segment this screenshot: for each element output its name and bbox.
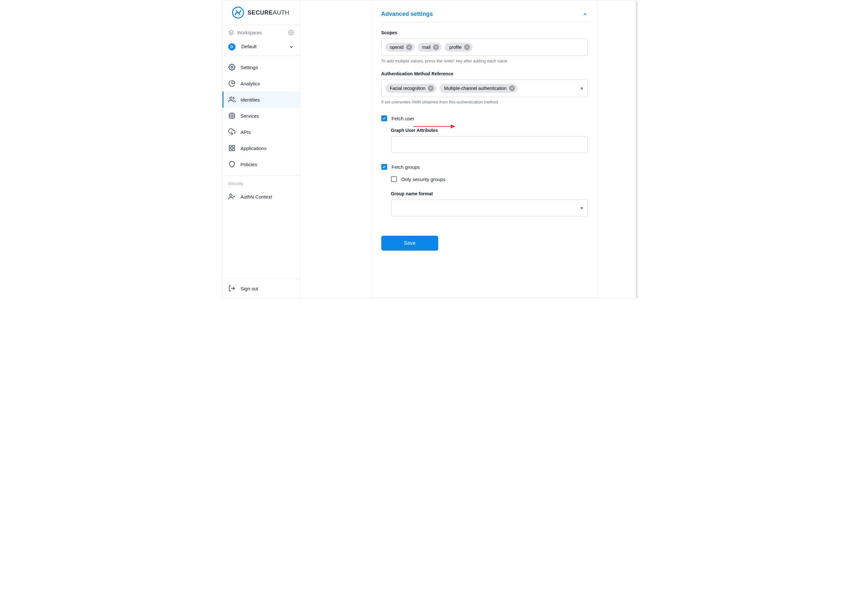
amr-label: Authentication Method Reference [381,71,588,76]
fetch-groups-row: Fetch groups [381,164,588,170]
nav-label: Analytics [241,81,260,86]
scope-chip: openid✕ [385,43,415,52]
scopes-label: Scopes [381,30,588,35]
amr-chip: Multiple-channel authentication✕ [440,84,518,93]
primary-nav: Settings Analytics Identities Services A… [222,56,300,175]
pie-chart-icon [228,80,235,87]
nav-label: APIs [241,129,251,135]
svg-rect-17 [232,149,234,151]
main: Advanced settings Scopes openid✕ mail✕ p… [300,0,636,298]
fetch-user-row: Fetch user [381,115,588,121]
panel-title: Advanced settings [381,11,433,17]
scopes-input[interactable]: openid✕ mail✕ profile✕ [381,39,588,56]
svg-point-2 [290,32,292,34]
grid-icon [228,144,235,152]
nav-label: Applications [241,146,267,151]
only-security-checkbox[interactable] [391,176,397,182]
nav-label: Services [241,113,260,119]
fetch-user-label: Fetch user [392,116,415,121]
amr-chip: Facial recognition✕ [385,84,437,93]
logout-icon [228,285,235,292]
nav-authn-context[interactable]: AuthN Context [222,189,300,205]
svg-rect-15 [229,146,231,147]
brand: SECUREAUTH [222,0,300,25]
workspace-name: Default [241,43,257,49]
group-format-label: Group name format [391,191,588,196]
cloud-bolt-icon [228,128,235,135]
group-format-select[interactable] [391,200,588,216]
graph-attributes-label: Graph User Attributes [391,128,588,133]
fetch-groups-label: Fetch groups [392,164,420,170]
users-icon [228,96,235,103]
signout-button[interactable]: Sign out [222,279,300,298]
signout-label: Sign out [241,286,258,291]
nav-apis[interactable]: APIs [222,124,300,140]
svg-rect-5 [229,113,234,118]
scope-chip: profile✕ [445,43,473,52]
gear-icon[interactable] [288,30,294,36]
advanced-settings-panel: Advanced settings Scopes openid✕ mail✕ p… [371,0,598,298]
cpu-icon [228,112,235,119]
svg-point-19 [230,194,232,196]
user-check-icon [228,193,235,200]
svg-rect-18 [229,149,231,151]
nav-label: Settings [241,65,258,70]
chevron-down-icon [289,44,294,50]
only-security-label: Only security groups [401,177,446,182]
workspace-badge: D [228,43,235,50]
svg-rect-16 [232,146,234,147]
nav-label: Identities [241,97,260,102]
graph-attributes-field: Graph User Attributes [391,128,588,153]
workspace-selector[interactable]: D Default [222,40,300,56]
nav-services[interactable]: Services [222,108,300,124]
scopes-field: Scopes openid✕ mail✕ profile✕ To add mul… [381,30,588,64]
chevron-up-icon [583,12,588,17]
fetch-user-checkbox[interactable] [381,115,387,121]
nav-applications[interactable]: Applications [222,140,300,156]
amr-field: Authentication Method Reference Facial r… [381,71,588,104]
panel-header[interactable]: Advanced settings [381,0,588,22]
svg-marker-1 [228,30,233,33]
graph-attributes-input[interactable] [391,136,588,153]
chip-remove-icon[interactable]: ✕ [428,85,434,91]
workspaces-header: Workspaces [222,25,300,40]
scope-chip: mail✕ [418,43,442,52]
nav-analytics[interactable]: Analytics [222,75,300,92]
gear-icon [228,64,235,71]
nav-policies[interactable]: Policies [222,156,300,172]
brand-logo-icon [232,6,244,19]
nav-label: AuthN Context [241,194,272,200]
sidebar: SECUREAUTH Workspaces D Default Settings [222,0,300,298]
layers-icon [228,30,234,36]
fetch-groups-checkbox[interactable] [381,164,387,170]
amr-hint: If set overwrites AMR obtained from this… [381,99,588,104]
svg-rect-6 [231,115,233,117]
amr-input[interactable]: Facial recognition✕ Multiple-channel aut… [381,79,588,97]
scopes-hint: To add multiple values, press the 'enter… [381,59,588,64]
chip-remove-icon[interactable]: ✕ [433,44,439,50]
brand-name: SECUREAUTH [248,9,289,16]
shield-icon [228,161,235,168]
only-security-row: Only security groups [391,176,588,182]
nav-identities[interactable]: Identities [222,92,300,108]
chip-remove-icon[interactable]: ✕ [509,85,515,91]
nav-settings[interactable]: Settings [222,59,300,75]
save-button[interactable]: Save [381,236,438,251]
chip-remove-icon[interactable]: ✕ [406,44,412,50]
nav-label: Policies [241,162,257,167]
svg-point-4 [230,97,232,99]
workspaces-label: Workspaces [237,30,262,35]
svg-point-3 [231,66,233,68]
chip-remove-icon[interactable]: ✕ [464,44,470,50]
security-section-label: Security [222,175,300,189]
fetch-groups-subblock: Only security groups Group name format ▾ [391,176,588,216]
